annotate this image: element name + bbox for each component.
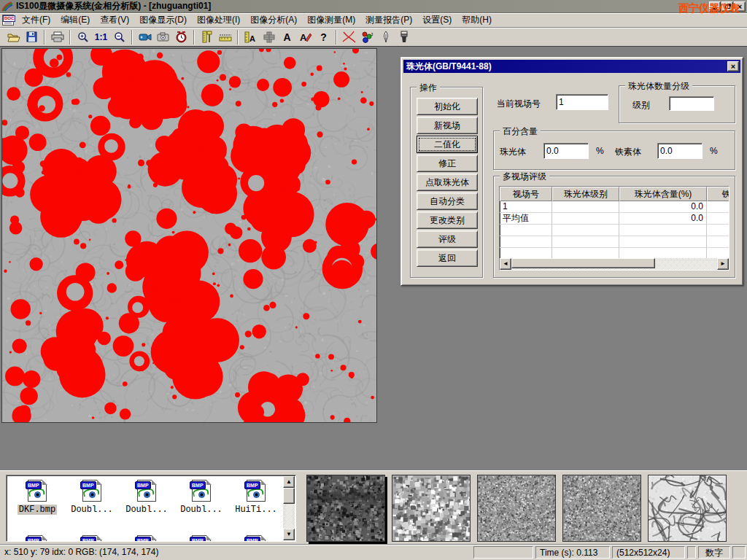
video-capture-button[interactable] — [136, 29, 154, 45]
menu-image-processing[interactable]: 图像处理(I) — [192, 12, 245, 28]
file-item-partial[interactable]: BMP — [175, 535, 228, 542]
thumbnail-2[interactable] — [392, 475, 471, 542]
zoom-out-button[interactable] — [110, 29, 128, 45]
new-field-button[interactable]: 新视场 — [417, 117, 478, 134]
ruler-measure-button[interactable] — [216, 29, 234, 45]
scroll-up-button[interactable]: ▲ — [283, 476, 295, 488]
cell-empty — [707, 236, 729, 248]
menu-file[interactable]: 文件(F) — [17, 12, 55, 28]
menu-view[interactable]: 查看(V) — [95, 12, 134, 28]
caliper-icon — [201, 31, 213, 43]
col-field-number[interactable]: 视场号 — [500, 187, 552, 201]
col-pearlite-content[interactable]: 珠光体含量(%) — [619, 187, 707, 201]
help-button[interactable]: ? — [314, 29, 333, 45]
initialize-button[interactable]: 初始化 — [417, 98, 478, 115]
file-item-partial[interactable]: BMP — [66, 535, 118, 542]
scroll-right-button[interactable]: ► — [717, 258, 729, 270]
document-icon[interactable]: DOC — [2, 15, 14, 26]
annotate-tool-button[interactable]: A — [296, 29, 314, 45]
scroll-left-button[interactable]: ◄ — [500, 258, 511, 270]
brush-tool-button[interactable] — [395, 29, 413, 45]
menu-image-measure[interactable]: 图像测量(M) — [302, 12, 360, 28]
text-tool-button[interactable]: A — [278, 29, 296, 45]
file-name[interactable]: HuiTi... — [233, 505, 279, 515]
auto-classify-button[interactable]: 自动分类 — [417, 192, 478, 210]
doc-badge: DOC — [3, 15, 15, 22]
thumbnail-5[interactable] — [648, 475, 727, 542]
clock-icon — [176, 31, 187, 43]
calibrate-button[interactable]: A — [241, 29, 260, 45]
current-field-label: 当前视场号 — [497, 98, 541, 110]
thumbnail-1[interactable] — [306, 475, 385, 542]
correct-button[interactable]: 修正 — [417, 155, 478, 172]
micrograph-canvas[interactable] — [2, 49, 376, 422]
cell-empty — [552, 225, 619, 236]
scroll-down-button[interactable]: ▼ — [283, 529, 295, 540]
file-item[interactable]: BMP Doubl... — [66, 480, 118, 515]
file-name[interactable]: Doubl... — [69, 505, 115, 515]
cell-empty — [500, 236, 552, 248]
pick-pearlite-button[interactable]: 点取珠光体 — [417, 174, 478, 191]
menu-measure-report[interactable]: 测量报告(P) — [360, 12, 417, 28]
file-name[interactable]: DKF.bmp — [18, 505, 57, 515]
pen-tool-button[interactable] — [376, 29, 395, 45]
pearlite-percent-input[interactable] — [543, 143, 589, 159]
classify-tool-button[interactable]: 3 — [358, 29, 376, 45]
change-class-button[interactable]: 更改类别 — [417, 211, 478, 229]
grade-button[interactable]: 评级 — [417, 230, 478, 248]
thumbnail-3[interactable] — [477, 475, 556, 542]
binarize-button[interactable]: 二值化 — [417, 136, 478, 153]
file-item[interactable]: BMP DKF.bmp — [11, 480, 63, 515]
grid-overlay-button[interactable] — [260, 29, 278, 45]
table-row[interactable]: 1 0.0 — [500, 201, 729, 213]
zoom-in-button[interactable] — [74, 29, 92, 45]
file-item[interactable]: BMP Doubl... — [120, 480, 173, 515]
status-pane-empty — [687, 546, 696, 559]
menu-edit[interactable]: 编辑(E) — [55, 12, 95, 28]
actual-size-button[interactable]: 1:1 — [92, 29, 110, 45]
file-item[interactable]: BMP Doubl... — [175, 480, 228, 515]
menu-settings[interactable]: 设置(S) — [417, 12, 457, 28]
menu-image-analysis[interactable]: 图像分析(A) — [245, 12, 302, 28]
file-item-partial[interactable]: BMP — [11, 535, 63, 542]
grade-input[interactable] — [669, 96, 714, 111]
col-pearlite-grade[interactable]: 珠光体级别 — [552, 187, 619, 201]
still-capture-button[interactable] — [154, 29, 172, 45]
scroll-thumb[interactable] — [511, 258, 655, 268]
current-field-input[interactable] — [556, 94, 608, 110]
curve-tool-button[interactable] — [340, 29, 358, 45]
close-button[interactable]: × — [734, 1, 746, 12]
return-button[interactable]: 返回 — [417, 249, 478, 267]
dialog-title-bar[interactable]: 珠光体(GB/T9441-88) × — [403, 60, 740, 73]
restore-button[interactable] — [721, 1, 733, 12]
menu-image-display[interactable]: 图像显示(D) — [134, 12, 192, 28]
dialog-close-button[interactable]: × — [727, 61, 739, 71]
operation-group: 操作 初始化 新视场 二值化 修正 点取珠光体 自动分类 更改类别 评级 返回 — [410, 87, 483, 278]
file-item[interactable]: BMP HuiTi... — [230, 480, 282, 515]
file-name[interactable]: Doubl... — [179, 505, 224, 515]
status-pane-empty — [473, 546, 533, 559]
file-item-partial[interactable]: BMP — [120, 535, 173, 542]
scroll-thumb[interactable] — [283, 488, 295, 504]
menu-help[interactable]: 帮助(H) — [457, 12, 497, 28]
open-button[interactable] — [4, 29, 23, 45]
brush-icon — [399, 31, 409, 43]
col-ferrite-content[interactable]: 铁素体含量(%) — [707, 187, 729, 201]
svg-text:A: A — [249, 34, 255, 43]
table-row[interactable]: 平均值 0.0 — [500, 213, 729, 225]
cell-empty — [707, 225, 729, 236]
minimize-button[interactable] — [709, 1, 721, 12]
ferrite-percent-input[interactable] — [657, 143, 703, 159]
bmp-badge: BMP — [190, 537, 206, 542]
cell-ferrite — [707, 201, 729, 213]
toolbar-separator — [69, 30, 71, 44]
file-item-partial[interactable]: BMP — [230, 535, 282, 542]
scroll-track[interactable] — [511, 258, 717, 270]
file-name[interactable]: Doubl... — [124, 505, 169, 515]
file-listbox[interactable]: BMP DKF.bmp BMP Doubl... BMP Doubl... BM… — [6, 475, 296, 542]
caliper-measure-button[interactable] — [198, 29, 216, 45]
timer-button[interactable] — [172, 29, 190, 45]
print-button[interactable] — [48, 29, 66, 45]
thumbnail-4[interactable] — [562, 475, 641, 542]
save-button[interactable] — [23, 29, 41, 45]
